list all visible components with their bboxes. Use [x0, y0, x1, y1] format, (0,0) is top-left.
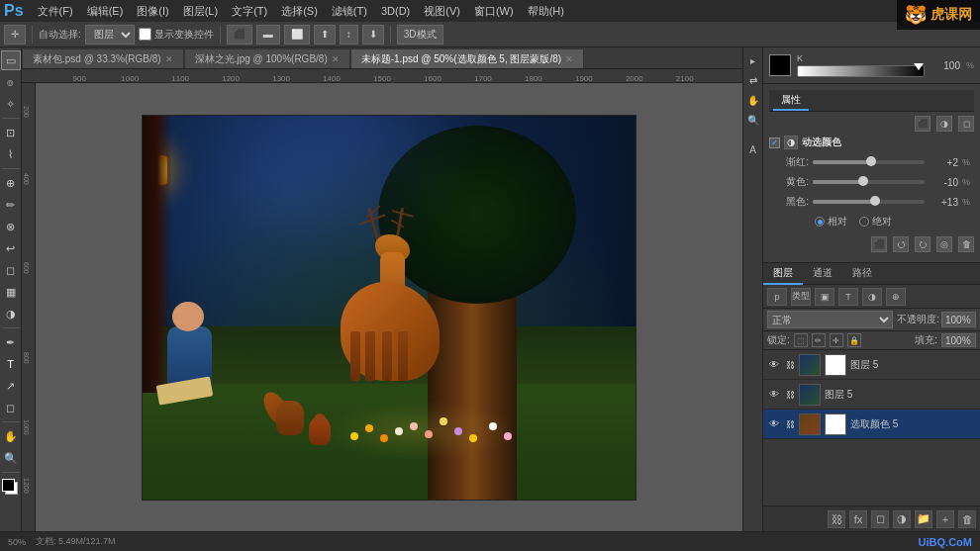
- menu-text[interactable]: 文字(T): [226, 2, 273, 21]
- auto-select-dropdown[interactable]: 图层 组: [85, 25, 135, 45]
- 3d-mode-btn[interactable]: 3D模式: [397, 25, 443, 45]
- radio-relative[interactable]: 相对: [815, 215, 847, 229]
- layers-filter-btn[interactable]: p: [767, 288, 787, 306]
- tab-source[interactable]: 素材包.psd @ 33.3%(RGB/8) ✕: [22, 48, 184, 68]
- black-slider-thumb[interactable]: [870, 196, 880, 206]
- eraser-tool[interactable]: ◻: [1, 260, 21, 280]
- color-swatches[interactable]: [2, 479, 20, 497]
- layers-T-btn[interactable]: T: [838, 288, 858, 306]
- panel-icon-adjust[interactable]: ◑: [936, 116, 952, 132]
- gradient-tool[interactable]: ▦: [1, 282, 21, 302]
- opacity-input[interactable]: [941, 312, 976, 327]
- layer-mask-btn[interactable]: ◻: [871, 510, 889, 528]
- black-slider[interactable]: [813, 200, 925, 204]
- layers-type-btn[interactable]: 类型: [791, 288, 811, 306]
- tab-source-close[interactable]: ✕: [165, 54, 173, 64]
- magic-wand-tool[interactable]: ✧: [1, 94, 21, 114]
- eyedropper-tool[interactable]: ⌇: [1, 144, 21, 164]
- tab-forest-close[interactable]: ✕: [332, 54, 340, 64]
- mini-tool-2[interactable]: ⇄: [744, 71, 762, 89]
- align-left-btn[interactable]: ⬛: [227, 25, 252, 45]
- lock-all-btn[interactable]: 🔒: [847, 333, 861, 347]
- lock-transparent-btn[interactable]: ⬚: [794, 333, 808, 347]
- lock-pixels-btn[interactable]: ✏: [812, 333, 826, 347]
- radio-relative-dot[interactable]: [815, 217, 825, 227]
- layer-adjust-btn[interactable]: ◑: [893, 510, 911, 528]
- foreground-color-swatch[interactable]: [2, 479, 15, 492]
- align-right-btn[interactable]: ⬜: [284, 25, 310, 45]
- zoom-tool[interactable]: 🔍: [1, 448, 21, 468]
- layers-tab-layers[interactable]: 图层: [763, 263, 803, 285]
- tab-forest[interactable]: 深林之光.jpg @ 100%(RGB/8) ✕: [184, 48, 350, 68]
- brush-tool[interactable]: ✏: [1, 195, 21, 215]
- menu-window[interactable]: 窗口(W): [468, 2, 520, 21]
- panel-tab-properties[interactable]: 属性: [773, 91, 809, 111]
- menu-edit[interactable]: 编辑(E): [81, 2, 130, 21]
- pen-tool[interactable]: ✒: [1, 332, 21, 352]
- layer-link-btn[interactable]: ⛓: [828, 510, 845, 528]
- dodge-tool[interactable]: ◑: [1, 304, 21, 323]
- mini-tool-4[interactable]: 🔍: [744, 111, 762, 129]
- layer-item-2[interactable]: 👁 ⛓ 选取颜色 5: [763, 410, 980, 439]
- layer-item-0[interactable]: 👁 ⛓ 图层 5: [763, 350, 980, 380]
- panel-icon-mask[interactable]: ⬛: [915, 116, 931, 132]
- panel-icon-1[interactable]: ⬛: [871, 236, 887, 252]
- artwork-canvas[interactable]: [142, 115, 637, 501]
- layers-tab-paths[interactable]: 路径: [842, 263, 882, 285]
- layer-item-1[interactable]: 👁 ⛓ 图层 5: [763, 380, 980, 410]
- menu-image[interactable]: 图像(I): [131, 2, 174, 21]
- panel-icon-3[interactable]: ⭮: [915, 236, 931, 252]
- mini-tool-3[interactable]: ✋: [744, 91, 762, 109]
- shape-tool[interactable]: ◻: [1, 398, 21, 417]
- tab-main-close[interactable]: ✕: [565, 54, 573, 64]
- menu-filter[interactable]: 滤镜(T): [326, 2, 373, 21]
- text-tool[interactable]: T: [1, 354, 21, 374]
- layer-group-btn[interactable]: 📁: [915, 510, 932, 528]
- path-select-tool[interactable]: ↗: [1, 376, 21, 396]
- hand-tool[interactable]: ✋: [1, 426, 21, 446]
- align-center-v-btn[interactable]: ↕: [340, 25, 358, 45]
- mini-tool-1[interactable]: ▸: [744, 51, 762, 69]
- yellow-slider-thumb[interactable]: [858, 176, 868, 186]
- radio-absolute-dot[interactable]: [859, 217, 869, 227]
- blend-mode-select[interactable]: 正常: [767, 311, 893, 328]
- panel-icon-5[interactable]: 🗑: [958, 236, 974, 252]
- k-slider[interactable]: [797, 65, 925, 77]
- cyan-slider[interactable]: [813, 160, 925, 164]
- layer-eye-0[interactable]: 👁: [767, 358, 781, 372]
- menu-view[interactable]: 视图(V): [418, 2, 466, 21]
- layer-fx-btn[interactable]: fx: [849, 510, 867, 528]
- menu-3d[interactable]: 3D(D): [375, 3, 416, 19]
- crop-tool[interactable]: ⊡: [1, 123, 21, 142]
- layer-eye-1[interactable]: 👁: [767, 388, 781, 402]
- k-slider-thumb[interactable]: [914, 63, 924, 70]
- panel-icon-2[interactable]: ⭯: [893, 236, 909, 252]
- layer-new-btn[interactable]: +: [936, 510, 954, 528]
- layer-delete-btn[interactable]: 🗑: [958, 510, 976, 528]
- selection-tool[interactable]: ▭: [1, 50, 21, 70]
- layers-smart-btn[interactable]: ⊕: [886, 288, 906, 306]
- transform-check-input[interactable]: [139, 28, 151, 41]
- panel-icon-4[interactable]: ◎: [936, 236, 952, 252]
- cyan-slider-thumb[interactable]: [866, 156, 876, 166]
- clone-tool[interactable]: ⊗: [1, 217, 21, 236]
- history-brush-tool[interactable]: ↩: [1, 238, 21, 258]
- layers-mask-btn[interactable]: ▣: [815, 288, 834, 306]
- layer-eye-2[interactable]: 👁: [767, 417, 781, 431]
- align-top-btn[interactable]: ⬆: [314, 25, 336, 45]
- lock-position-btn[interactable]: ✛: [830, 333, 843, 347]
- menu-layer[interactable]: 图层(L): [177, 2, 224, 21]
- lasso-tool[interactable]: ⌾: [1, 72, 21, 92]
- layers-tab-channels[interactable]: 通道: [803, 263, 842, 285]
- align-bottom-btn[interactable]: ⬇: [362, 25, 384, 45]
- fill-input[interactable]: [941, 333, 976, 347]
- yellow-slider[interactable]: [813, 180, 925, 184]
- tab-main[interactable]: 未标题-1.psd @ 50%(选取颜色 5, 图层蒙版/8) ✕: [350, 48, 584, 68]
- move-tool-btn[interactable]: ✛: [4, 25, 26, 45]
- align-center-h-btn[interactable]: ▬: [256, 25, 280, 45]
- menu-file[interactable]: 文件(F): [32, 2, 79, 21]
- menu-select[interactable]: 选择(S): [275, 2, 324, 21]
- spot-heal-tool[interactable]: ⊕: [1, 173, 21, 193]
- show-transform-checkbox[interactable]: 显示变换控件: [139, 28, 214, 42]
- section-checkbox[interactable]: [769, 138, 780, 148]
